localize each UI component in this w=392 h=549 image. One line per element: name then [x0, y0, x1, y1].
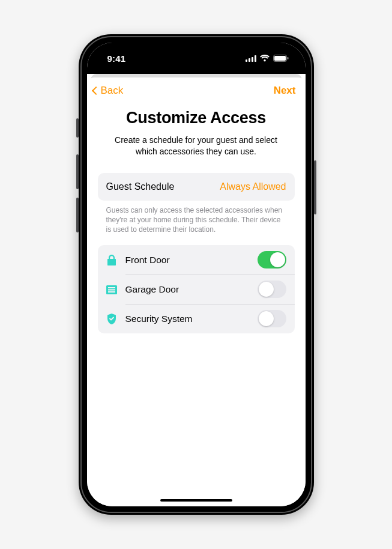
accessory-label: Front Door [125, 255, 250, 265]
accessory-row-front-door: Front Door [98, 245, 295, 274]
lock-icon [105, 253, 118, 267]
accessories-list: Front Door [98, 245, 295, 333]
page-title: Customize Access [98, 109, 295, 127]
accessory-toggle-front-door[interactable] [258, 251, 286, 268]
accessory-label: Security System [125, 314, 250, 324]
chevron-left-icon [91, 86, 100, 95]
svg-rect-2 [252, 57, 253, 62]
wifi-icon [260, 55, 270, 62]
next-button[interactable]: Next [274, 85, 296, 97]
accessory-toggle-garage-door[interactable] [258, 281, 286, 298]
dynamic-island [163, 50, 229, 68]
page-subtitle: Create a schedule for your guest and sel… [98, 135, 295, 157]
phone-side-button [76, 198, 79, 232]
garage-door-icon [105, 283, 118, 296]
phone-screen: 9:41 [87, 43, 306, 506]
accessory-label: Garage Door [125, 284, 250, 295]
phone-side-button [76, 154, 79, 189]
back-button[interactable]: Back [93, 85, 124, 97]
guest-schedule-label: Guest Schedule [106, 181, 175, 192]
back-label: Back [101, 85, 124, 97]
schedule-footnote: Guests can only access the selected acce… [98, 201, 295, 246]
svg-rect-0 [246, 59, 247, 62]
svg-rect-5 [274, 56, 286, 61]
svg-rect-1 [249, 58, 250, 62]
phone-side-button [76, 118, 79, 138]
svg-rect-3 [255, 55, 256, 62]
home-indicator[interactable] [160, 499, 232, 502]
accessory-toggle-security-system[interactable] [258, 310, 286, 327]
nav-bar: Back Next [87, 77, 306, 102]
content-area: Customize Access Create a schedule for y… [87, 102, 306, 333]
status-time: 9:41 [107, 53, 126, 64]
phone-side-button [314, 160, 316, 214]
svg-rect-9 [108, 289, 115, 290]
accessory-row-garage-door: Garage Door [98, 274, 295, 304]
battery-icon [273, 55, 289, 62]
status-indicators [246, 55, 289, 62]
svg-rect-6 [287, 57, 288, 59]
shield-check-icon [105, 312, 118, 326]
guest-schedule-value: Always Allowed [220, 181, 286, 192]
accessory-row-security-system: Security System [98, 304, 295, 333]
svg-rect-8 [108, 287, 115, 288]
cellular-signal-icon [246, 55, 256, 62]
svg-rect-10 [108, 291, 115, 293]
main-sheet: Back Next Customize Access Create a sche… [87, 77, 306, 506]
guest-schedule-row[interactable]: Guest Schedule Always Allowed [98, 173, 295, 201]
phone-frame: 9:41 [79, 34, 314, 515]
